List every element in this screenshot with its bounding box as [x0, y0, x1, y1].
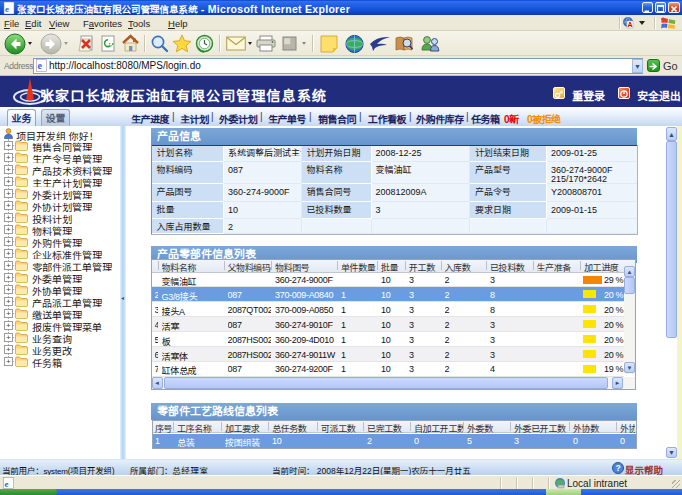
svg-text:e: e: [5, 479, 9, 489]
svg-text:A: A: [628, 21, 633, 28]
svg-text:e: e: [5, 4, 9, 14]
svg-text:?: ?: [615, 463, 620, 473]
svg-text:e: e: [38, 60, 43, 71]
